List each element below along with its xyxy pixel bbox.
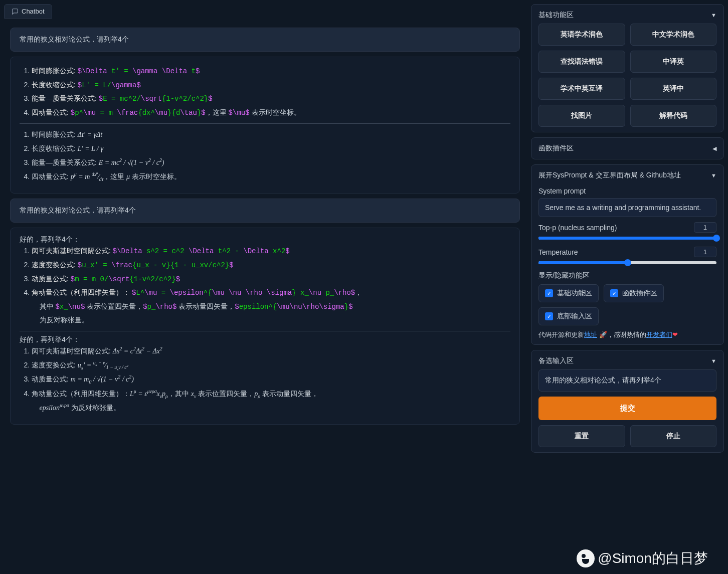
footer-text: 代码开源和更新地址 🚀，感谢热情的开发者们❤ [538,330,716,339]
chat-tab[interactable]: Chatbot [4,4,52,19]
alt-input-text[interactable]: 常用的狭义相对论公式，请再列举4个 [538,369,716,392]
btn-find-image[interactable]: 找图片 [538,105,625,127]
chat-icon [12,8,19,15]
btn-explain-code[interactable]: 解释代码 [630,105,717,127]
btn-chinese-polish[interactable]: 中文学术润色 [630,24,717,46]
topp-slider[interactable] [538,237,716,240]
system-prompt-input[interactable]: Serve me as a writing and programming as… [538,198,716,217]
temperature-value[interactable]: 1 [694,247,716,257]
btn-academic-translate[interactable]: 学术中英互译 [538,78,625,100]
chat-tab-label: Chatbot [22,8,45,15]
topp-label: Top-p (nucleus sampling) [538,224,617,232]
btn-cn-to-en[interactable]: 中译英 [630,51,717,73]
temperature-slider[interactable] [538,261,716,264]
btn-english-polish[interactable]: 英语学术润色 [538,24,625,46]
plugin-panel: 函数插件区 ◀ [531,137,724,159]
check-basic-area[interactable]: ✓基础功能区 [538,284,599,302]
contributors-link[interactable]: 开发者们 [646,331,672,338]
topp-value[interactable]: 1 [694,222,716,233]
input-panel: 备选输入区 ▼ 常用的狭义相对论公式，请再列举4个 提交 重置 停止 [531,350,724,453]
user-message: 常用的狭义相对论公式，请列举4个 [10,28,520,52]
bot-message: 时间膨胀公式: $\Delta t' = \gamma \Delta t$ 长度… [10,57,520,194]
reset-button[interactable]: 重置 [538,425,625,447]
layout-panel: 展开SysPrompt & 交互界面布局 & Github地址 ▼ System… [531,164,724,345]
check-plugin-area[interactable]: ✓函数插件区 [604,284,664,302]
toggle-section-label: 显示/隐藏功能区 [538,271,716,280]
chevron-down-icon: ▼ [711,12,716,18]
system-prompt-label: System prompt [538,187,716,195]
btn-en-to-cn[interactable]: 英译中 [630,78,717,100]
input-panel-header[interactable]: 备选输入区 ▼ [538,355,716,369]
basic-functions-panel: 基础功能区 ▼ 英语学术润色 中文学术润色 查找语法错误 中译英 学术中英互译 … [531,4,724,132]
chevron-down-icon: ▼ [711,172,716,178]
chevron-left-icon: ◀ [712,145,716,152]
layout-panel-header[interactable]: 展开SysPrompt & 交互界面布局 & Github地址 ▼ [538,170,716,184]
plugin-panel-header[interactable]: 函数插件区 ◀ [538,144,716,153]
submit-button[interactable]: 提交 [538,397,716,420]
user-message: 常用的狭义相对论公式，请再列举4个 [10,199,520,223]
btn-grammar-check[interactable]: 查找语法错误 [538,51,625,73]
repo-link[interactable]: 地址 [584,331,597,338]
bot-message: 好的，再列举4个： 闵可夫斯基时空间隔公式: $\Delta s^2 = c^2… [10,228,520,424]
basic-panel-header[interactable]: 基础功能区 ▼ [538,10,716,24]
chat-scroll: 常用的狭义相对论公式，请列举4个 时间膨胀公式: $\Delta t' = \g… [4,19,526,570]
check-bottom-input[interactable]: ✓底部输入区 [538,307,599,325]
temperature-label: Temperature [538,248,578,256]
chevron-down-icon: ▼ [711,358,716,364]
stop-button[interactable]: 停止 [630,425,717,447]
